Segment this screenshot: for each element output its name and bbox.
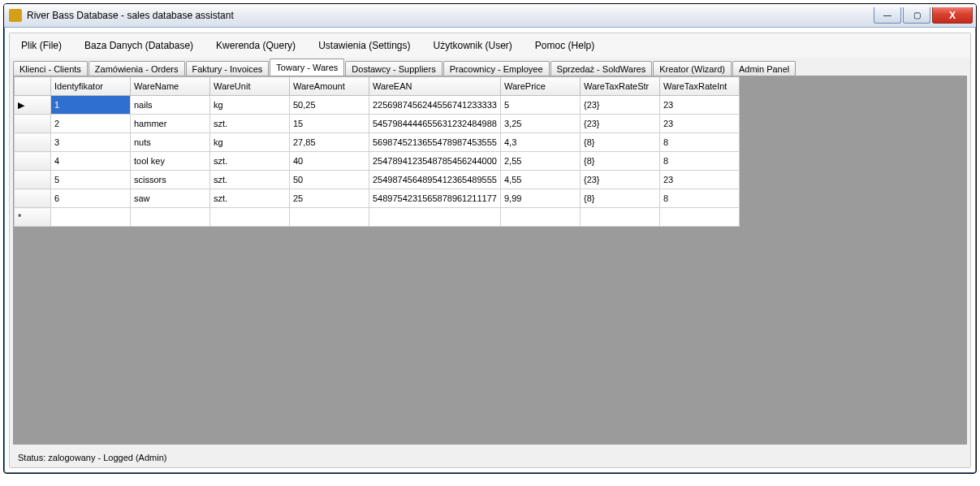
row-header-new[interactable]: * bbox=[15, 208, 51, 227]
cell-id[interactable]: 2 bbox=[51, 115, 131, 133]
row-header[interactable] bbox=[15, 171, 51, 189]
cell-id[interactable]: 6 bbox=[51, 189, 131, 208]
menu-user[interactable]: Użytkownik (User) bbox=[422, 38, 524, 53]
cell-empty[interactable] bbox=[290, 208, 369, 227]
minimize-button[interactable]: — bbox=[874, 7, 901, 24]
cell-taxint[interactable]: 8 bbox=[659, 189, 739, 208]
cell-amount[interactable]: 25 bbox=[290, 189, 369, 208]
col-header-taxstr[interactable]: WareTaxRateStr bbox=[580, 77, 659, 96]
cell-unit[interactable]: szt. bbox=[210, 171, 290, 189]
maximize-button[interactable]: ▢ bbox=[903, 7, 930, 24]
cell-price[interactable]: 4,55 bbox=[500, 171, 580, 189]
status-text: Status: zalogowany - Logged (Admin) bbox=[18, 453, 166, 462]
cell-unit[interactable]: szt. bbox=[210, 115, 290, 133]
tab-invoices[interactable]: Faktury - Invoices bbox=[186, 61, 270, 76]
tab-wizard[interactable]: Kreator (Wizard) bbox=[653, 61, 732, 76]
cell-empty[interactable] bbox=[500, 208, 580, 227]
cell-price[interactable]: 5 bbox=[500, 96, 580, 115]
col-header-warename[interactable]: WareName bbox=[131, 77, 210, 96]
col-header-wareamount[interactable]: WareAmount bbox=[290, 77, 369, 96]
cell-id[interactable]: 5 bbox=[51, 171, 131, 189]
cell-price[interactable]: 9,99 bbox=[500, 189, 580, 208]
row-header[interactable]: ▶ bbox=[15, 96, 51, 115]
close-button[interactable]: X bbox=[932, 7, 973, 24]
table-row[interactable]: 6sawszt.2554897542315658789612111779,99{… bbox=[15, 189, 740, 208]
col-header-id[interactable]: Identyfikator bbox=[51, 77, 131, 96]
cell-price[interactable]: 3,25 bbox=[500, 115, 580, 133]
cell-ean[interactable]: 2547894123548785456244000 bbox=[369, 152, 501, 171]
cell-empty[interactable] bbox=[210, 208, 290, 227]
table-row[interactable]: 5scissorsszt.502549874564895412365489555… bbox=[15, 171, 740, 189]
cell-taxstr[interactable]: {8} bbox=[580, 189, 659, 208]
row-header[interactable] bbox=[15, 189, 51, 208]
cell-unit[interactable]: szt. bbox=[210, 189, 290, 208]
cell-taxint[interactable]: 23 bbox=[659, 115, 739, 133]
cell-ean[interactable]: 2256987456244556741233333 bbox=[369, 96, 501, 115]
table-row[interactable]: 2hammerszt.1554579844446556312324849883,… bbox=[15, 115, 740, 133]
cell-taxstr[interactable]: {8} bbox=[580, 133, 659, 152]
cell-id[interactable]: 1 bbox=[51, 96, 131, 115]
col-header-wareean[interactable]: WareEAN bbox=[369, 77, 501, 96]
menu-settings[interactable]: Ustawienia (Settings) bbox=[307, 38, 421, 53]
menu-file[interactable]: Plik (File) bbox=[10, 38, 73, 53]
cell-name[interactable]: saw bbox=[131, 189, 210, 208]
cell-price[interactable]: 4,3 bbox=[500, 133, 580, 152]
cell-price[interactable]: 2,55 bbox=[500, 152, 580, 171]
table-row[interactable]: 3nutskg27,8556987452136554789874535554,3… bbox=[15, 133, 740, 152]
cell-empty[interactable] bbox=[131, 208, 210, 227]
cell-name[interactable]: scissors bbox=[131, 171, 210, 189]
cell-empty[interactable] bbox=[580, 208, 659, 227]
cell-taxint[interactable]: 23 bbox=[659, 96, 739, 115]
table-row[interactable]: 4tool keyszt.402547894123548785456244000… bbox=[15, 152, 740, 171]
cell-amount[interactable]: 15 bbox=[290, 115, 369, 133]
cell-unit[interactable]: szt. bbox=[210, 152, 290, 171]
tab-orders[interactable]: Zamówienia - Orders bbox=[89, 61, 185, 76]
cell-unit[interactable]: kg bbox=[210, 133, 290, 152]
cell-amount[interactable]: 40 bbox=[290, 152, 369, 171]
cell-taxint[interactable]: 8 bbox=[659, 152, 739, 171]
cell-amount[interactable]: 27,85 bbox=[290, 133, 369, 152]
cell-unit[interactable]: kg bbox=[210, 96, 290, 115]
cell-amount[interactable]: 50 bbox=[290, 171, 369, 189]
grid-corner[interactable] bbox=[15, 77, 51, 96]
row-header[interactable] bbox=[15, 152, 51, 171]
cell-empty[interactable] bbox=[659, 208, 739, 227]
menu-help[interactable]: Pomoc (Help) bbox=[524, 38, 606, 53]
table-row-new[interactable]: * bbox=[15, 208, 740, 227]
cell-empty[interactable] bbox=[369, 208, 501, 227]
cell-id[interactable]: 4 bbox=[51, 152, 131, 171]
cell-ean[interactable]: 5489754231565878961211177 bbox=[369, 189, 501, 208]
cell-ean[interactable]: 2549874564895412365489555 bbox=[369, 171, 501, 189]
tab-wares[interactable]: Towary - Wares bbox=[270, 59, 344, 76]
tab-soldwares[interactable]: Sprzedaż - SoldWares bbox=[550, 61, 653, 76]
cell-taxstr[interactable]: {8} bbox=[580, 152, 659, 171]
titlebar[interactable]: River Bass Database - sales database ass… bbox=[4, 4, 976, 28]
cell-name[interactable]: nails bbox=[131, 96, 210, 115]
cell-name[interactable]: tool key bbox=[131, 152, 210, 171]
tab-employee[interactable]: Pracownicy - Employee bbox=[443, 61, 550, 76]
cell-taxint[interactable]: 8 bbox=[659, 133, 739, 152]
menu-database[interactable]: Baza Danych (Database) bbox=[73, 38, 205, 53]
tab-admin[interactable]: Admin Panel bbox=[732, 61, 796, 76]
cell-amount[interactable]: 50,25 bbox=[290, 96, 369, 115]
col-header-taxint[interactable]: WareTaxRateInt bbox=[659, 77, 739, 96]
cell-ean[interactable]: 5698745213655478987453555 bbox=[369, 133, 501, 152]
row-header[interactable] bbox=[15, 133, 51, 152]
col-header-wareprice[interactable]: WarePrice bbox=[500, 77, 580, 96]
cell-name[interactable]: nuts bbox=[131, 133, 210, 152]
data-grid[interactable]: Identyfikator WareName WareUnit WareAmou… bbox=[14, 76, 740, 227]
cell-id[interactable]: 3 bbox=[51, 133, 131, 152]
col-header-wareunit[interactable]: WareUnit bbox=[210, 77, 290, 96]
cell-empty[interactable] bbox=[51, 208, 131, 227]
cell-taxstr[interactable]: {23} bbox=[580, 115, 659, 133]
row-header[interactable] bbox=[15, 115, 51, 133]
menu-query[interactable]: Kwerenda (Query) bbox=[205, 38, 307, 53]
tab-clients[interactable]: Klienci - Clients bbox=[13, 61, 88, 76]
table-row[interactable]: ▶1nailskg50,2522569874562445567412333335… bbox=[15, 96, 740, 115]
tab-suppliers[interactable]: Dostawcy - Suppliers bbox=[345, 61, 442, 76]
cell-taxstr[interactable]: {23} bbox=[580, 171, 659, 189]
cell-ean[interactable]: 5457984444655631232484988 bbox=[369, 115, 501, 133]
cell-taxstr[interactable]: {23} bbox=[580, 96, 659, 115]
cell-name[interactable]: hammer bbox=[131, 115, 210, 133]
cell-taxint[interactable]: 23 bbox=[659, 171, 739, 189]
